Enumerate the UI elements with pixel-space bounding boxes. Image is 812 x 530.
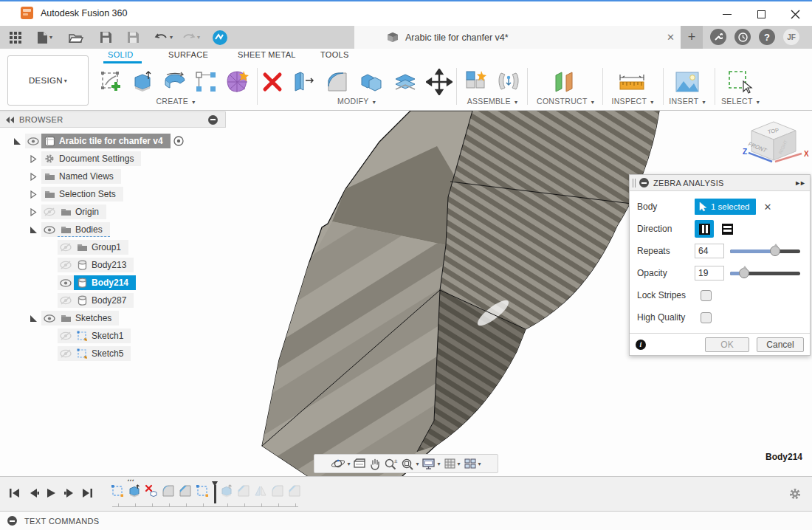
construct-group-label[interactable]: CONSTRUCT ▾ [537, 97, 594, 106]
save-button[interactable] [95, 28, 117, 47]
viewports-button[interactable]: ▾ [464, 458, 481, 469]
text-commands-minimize-icon[interactable] [7, 516, 17, 526]
shell-button[interactable] [391, 68, 419, 96]
viewport-canvas[interactable]: Body214 BROWSER [0, 111, 812, 476]
high-quality-checkbox[interactable] [701, 312, 712, 323]
close-button[interactable] [778, 3, 812, 26]
select-button[interactable] [726, 68, 754, 96]
timeline-feature-chamfer-icon[interactable] [237, 484, 252, 499]
eye-icon[interactable] [41, 222, 58, 237]
direction-vertical-button[interactable] [695, 220, 714, 238]
delete-button[interactable] [258, 68, 286, 96]
select-group-label[interactable]: SELECT ▾ [721, 97, 760, 106]
eye-off-icon[interactable] [58, 346, 74, 361]
create-form-button[interactable] [223, 68, 251, 96]
collapse-panel-icon[interactable] [6, 117, 15, 123]
display-settings-button[interactable]: ▾ [422, 458, 440, 470]
measure-button[interactable] [617, 68, 645, 96]
browser-item-group1[interactable]: Group1 [0, 238, 226, 256]
step-forward-button[interactable] [63, 487, 75, 502]
maximize-button[interactable] [744, 3, 778, 26]
browser-item-origin[interactable]: Origin [0, 203, 226, 221]
collapsed-triangle-icon[interactable] [25, 204, 41, 219]
tab-tools[interactable]: TOOLS [320, 50, 349, 59]
new-file-button[interactable]: ▾ [32, 28, 57, 47]
create-group-label[interactable]: CREATE ▾ [156, 97, 195, 106]
browser-header[interactable]: BROWSER [0, 111, 226, 128]
timeline-playhead[interactable] [212, 481, 218, 503]
direction-horizontal-button[interactable] [718, 220, 737, 238]
browser-item-selection-sets[interactable]: Selection Sets [0, 185, 226, 203]
clear-selection-icon[interactable]: ✕ [763, 202, 771, 213]
browser-item-bodies[interactable]: Bodies [0, 221, 226, 238]
expander-icon[interactable] [9, 134, 25, 148]
collapsed-triangle-icon[interactable] [25, 187, 41, 202]
browser-item-sketch5[interactable]: Sketch5 [0, 345, 226, 362]
extrude-button[interactable] [128, 68, 156, 96]
revolve-button[interactable] [161, 68, 189, 96]
document-tab-close-icon[interactable]: ✕ [667, 32, 675, 43]
opacity-input[interactable]: 19 [695, 266, 724, 281]
job-status-button[interactable] [710, 29, 726, 45]
orbit-button[interactable]: ▾ [331, 457, 350, 470]
collapsed-triangle-icon[interactable] [25, 169, 41, 184]
collapsed-triangle-icon[interactable] [25, 151, 41, 166]
eye-off-icon[interactable] [58, 258, 74, 272]
timeline-feature-extrude-icon[interactable] [220, 484, 235, 499]
body-selection-button[interactable]: 1 selected [695, 199, 756, 215]
activate-radio-icon[interactable] [171, 134, 187, 148]
document-tab[interactable]: Arabic tile for chanfer v4* ✕ [354, 26, 681, 49]
zoom-button[interactable]: ± [384, 458, 398, 470]
redo-button[interactable]: ▾ [177, 28, 204, 47]
tab-sheet-metal[interactable]: SHEET METAL [238, 50, 296, 59]
dialog-minimize-icon[interactable] [639, 178, 649, 187]
repeats-slider[interactable] [730, 245, 800, 257]
create-sketch-button[interactable] [97, 68, 125, 96]
open-button[interactable] [64, 28, 88, 47]
browser-item-named-views[interactable]: Named Views [0, 168, 226, 185]
repeats-input[interactable]: 64 [695, 244, 724, 258]
step-back-button[interactable] [28, 487, 40, 502]
dialog-header[interactable]: ZEBRA ANALYSIS ►► [630, 175, 810, 191]
browser-item-document-settings[interactable]: Document Settings [0, 150, 226, 168]
timeline-feature-fillet-icon[interactable] [271, 484, 286, 499]
eye-icon[interactable] [25, 134, 41, 148]
browser-item-sketch1[interactable]: Sketch1 [0, 327, 226, 345]
minimize-button[interactable] [710, 3, 744, 26]
browser-item-body213[interactable]: Body213 [0, 256, 226, 274]
assemble-group-label[interactable]: ASSEMBLE ▾ [467, 97, 518, 106]
timeline-settings-button[interactable] [788, 487, 802, 503]
insert-image-button[interactable] [673, 68, 701, 96]
timeline-feature-extrude-icon[interactable] [128, 484, 142, 499]
new-tab-button[interactable]: + [681, 26, 703, 49]
zoom-window-button[interactable]: ▾ [401, 458, 419, 470]
look-at-button[interactable] [353, 458, 366, 469]
help-button[interactable]: ? [759, 29, 775, 45]
save-as-button[interactable] [123, 28, 144, 47]
inspect-group-label[interactable]: INSPECT ▾ [612, 97, 654, 106]
modify-group-label[interactable]: MODIFY ▾ [337, 97, 376, 106]
undo-button[interactable]: ▾ [150, 28, 177, 47]
go-to-end-button[interactable] [81, 487, 93, 502]
account-avatar[interactable]: JF [783, 29, 799, 45]
dialog-grip-icon[interactable] [633, 179, 636, 187]
repeats-slider-thumb[interactable] [770, 246, 780, 256]
timeline-feature-chamfer-icon[interactable] [179, 484, 193, 499]
tab-surface[interactable]: SURFACE [168, 50, 208, 59]
eye-off-icon[interactable] [58, 293, 74, 308]
pan-button[interactable] [369, 458, 381, 470]
eye-icon[interactable] [41, 311, 58, 326]
grid-settings-button[interactable]: ▾ [444, 458, 461, 469]
tab-solid[interactable]: SOLID [108, 50, 134, 59]
opacity-slider[interactable] [730, 267, 800, 279]
app-grid-button[interactable] [4, 28, 27, 47]
extensions-button[interactable] [207, 28, 233, 47]
play-button[interactable] [46, 487, 58, 502]
press-pull-button[interactable] [289, 68, 317, 96]
dialog-expand-icon[interactable]: ►► [794, 179, 805, 187]
eye-off-icon[interactable] [58, 240, 74, 255]
workspace-selector-button[interactable]: DESIGN ▾ [7, 55, 89, 106]
lock-stripes-checkbox[interactable] [701, 290, 712, 301]
ok-button[interactable]: OK [705, 337, 749, 352]
joint-button[interactable] [495, 68, 523, 96]
